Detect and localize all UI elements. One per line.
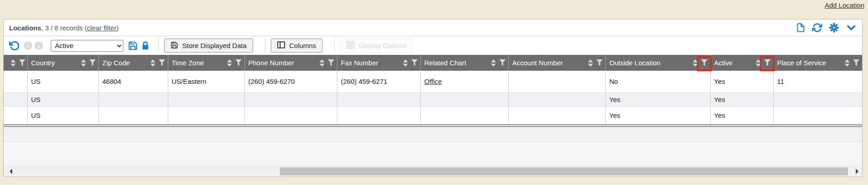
titlebar-icon-group — [796, 23, 857, 33]
store-displayed-data-button[interactable]: Store Displayed Data — [164, 39, 253, 53]
column-header-account-number[interactable]: Account Number — [508, 55, 605, 71]
column-label: Time Zone — [172, 59, 224, 67]
sort-icon[interactable] — [227, 59, 232, 67]
cell-account-number — [508, 106, 605, 124]
filter-icon[interactable] — [596, 59, 603, 66]
column-label: Active — [714, 59, 752, 67]
grid-header-row: Country Zip Code Time Zone Phone Number … — [4, 55, 862, 71]
page-title: Locations, 3 / 8 records (clear filter) — [9, 24, 119, 32]
column-header-row-tools[interactable] — [4, 55, 27, 71]
cell-account-number — [508, 71, 605, 92]
cell-country: US — [27, 92, 98, 106]
cell-fax-number — [337, 92, 420, 106]
display-options-button: Display Options — [340, 39, 413, 53]
filter-icon[interactable] — [328, 59, 334, 66]
cell-zip-code: 46804 — [98, 71, 168, 92]
cell-related-chart: Office — [420, 71, 508, 92]
filter-icon[interactable] — [411, 59, 418, 66]
scroll-right-icon[interactable] — [856, 169, 858, 174]
save-icon — [171, 41, 178, 50]
view-filter-select[interactable]: Active — [51, 40, 123, 52]
row-tools-cell — [4, 92, 27, 106]
toolbar-divider — [334, 38, 335, 53]
horizontal-scrollbar[interactable] — [4, 166, 862, 176]
cell-zip-code — [98, 106, 168, 124]
cell-active: Yes — [710, 106, 773, 124]
columns-icon — [277, 41, 285, 50]
column-header-outside-location[interactable]: Outside Location — [605, 55, 710, 71]
sort-icon[interactable] — [692, 59, 698, 67]
filter-icon[interactable] — [235, 59, 242, 66]
cell-outside-location: Yes — [605, 92, 710, 106]
filter-icon-outside-location[interactable] — [701, 59, 707, 66]
cell-outside-location: Yes — [605, 106, 710, 124]
filter-icon[interactable] — [853, 59, 859, 66]
columns-button[interactable]: Columns — [271, 39, 322, 53]
sort-icon[interactable] — [844, 59, 850, 67]
table-row[interactable]: US Yes Yes — [4, 92, 862, 106]
sort-icon[interactable] — [588, 59, 593, 67]
sort-icon[interactable] — [150, 59, 156, 67]
column-label: Fax Number — [341, 59, 400, 67]
cell-country: US — [27, 106, 98, 124]
column-header-zip-code[interactable]: Zip Code — [98, 55, 168, 71]
sort-icon[interactable] — [491, 59, 496, 67]
cell-place-of-service — [773, 92, 862, 106]
filter-icon[interactable] — [499, 59, 506, 66]
column-header-place-of-service[interactable]: Place of Service — [773, 55, 862, 71]
column-label: Related Chart — [424, 59, 488, 67]
cell-outside-location: No — [605, 71, 710, 92]
filter-icon-active[interactable] — [764, 59, 770, 66]
save-view-icon[interactable] — [128, 41, 138, 51]
column-header-phone-number[interactable]: Phone Number — [244, 55, 337, 71]
add-location-link[interactable]: Add Location — [824, 1, 864, 9]
clear-filter-link[interactable]: clear filter — [87, 24, 117, 32]
reset-icon[interactable] — [9, 40, 20, 51]
cell-fax-number: (260) 459-6271 — [337, 71, 420, 92]
cell-active: Yes — [710, 92, 773, 106]
panel-title-text: Locations — [9, 24, 41, 32]
cell-active: Yes — [710, 71, 773, 92]
column-label: Phone Number — [249, 59, 316, 67]
panel-titlebar: Locations, 3 / 8 records (clear filter) — [4, 19, 862, 36]
related-chart-link[interactable]: Office — [424, 78, 442, 85]
scroll-left-icon[interactable] — [10, 169, 12, 174]
filter-icon[interactable] — [19, 59, 25, 66]
sort-icon[interactable] — [81, 59, 86, 67]
column-header-related-chart[interactable]: Related Chart — [420, 55, 508, 71]
column-header-time-zone[interactable]: Time Zone — [168, 55, 244, 71]
cell-time-zone — [168, 92, 244, 106]
column-header-country[interactable]: Country — [27, 55, 98, 71]
column-header-active[interactable]: Active — [710, 55, 773, 71]
display-options-label: Display Options — [359, 42, 406, 49]
filter-icon[interactable] — [159, 59, 165, 66]
cell-related-chart — [420, 106, 508, 124]
column-label: Place of Service — [777, 59, 842, 67]
sort-icon[interactable] — [319, 59, 325, 67]
records-count-close: ) — [117, 24, 119, 32]
store-displayed-data-label: Store Displayed Data — [182, 42, 247, 49]
lock-icon[interactable] — [141, 41, 150, 50]
table-row[interactable]: US Yes Yes — [4, 106, 862, 124]
sort-icon[interactable] — [403, 59, 408, 67]
refresh-icon[interactable] — [812, 23, 822, 33]
column-label: Country — [31, 59, 78, 67]
toolbar-divider — [265, 38, 265, 53]
filter-icon[interactable] — [89, 59, 96, 66]
next-page-icon[interactable]: › — [34, 41, 43, 50]
column-header-fax-number[interactable]: Fax Number — [337, 55, 420, 71]
cell-country: US — [27, 71, 98, 92]
gear-icon[interactable] — [829, 23, 839, 33]
cell-fax-number — [337, 106, 420, 124]
scrollbar-thumb[interactable] — [280, 167, 848, 175]
prev-page-icon[interactable]: ‹ — [24, 41, 32, 50]
chevron-down-icon[interactable] — [846, 23, 857, 33]
sort-icon[interactable] — [756, 59, 761, 67]
file-icon[interactable] — [796, 23, 805, 33]
sort-icon[interactable] — [10, 59, 16, 67]
display-options-icon — [346, 41, 355, 50]
locations-panel: Locations, 3 / 8 records (clear filter) — [3, 19, 863, 177]
grid-footer-band — [4, 127, 862, 142]
table-row[interactable]: US 46804 US/Eastern (260) 459-6270 (260)… — [4, 71, 862, 92]
columns-label: Columns — [289, 42, 316, 49]
